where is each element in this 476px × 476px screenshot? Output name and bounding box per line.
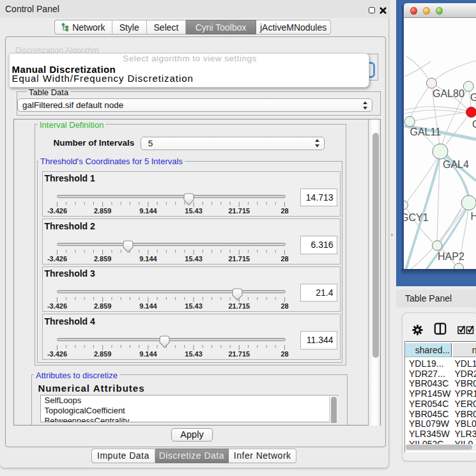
svg-text:GA: GA xyxy=(470,92,476,103)
svg-text:GCY1: GCY1 xyxy=(404,212,429,223)
svg-text:GAL4: GAL4 xyxy=(443,159,469,170)
svg-text:C: C xyxy=(472,119,476,130)
svg-text:HAP2: HAP2 xyxy=(438,251,464,262)
svg-text:GAL80: GAL80 xyxy=(433,88,464,99)
svg-text:H: H xyxy=(471,211,476,222)
svg-text:GAL11: GAL11 xyxy=(410,127,441,137)
